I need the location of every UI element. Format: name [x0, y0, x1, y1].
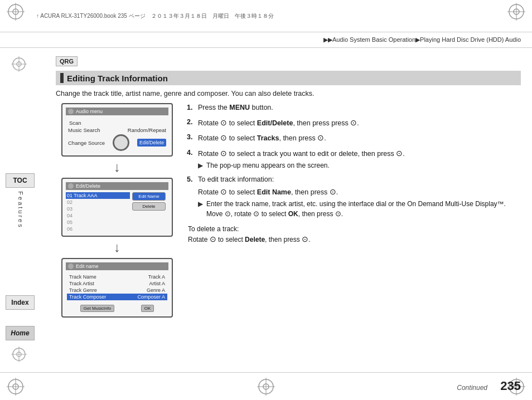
screen3-title-bar: Edit name	[66, 262, 168, 270]
screen1-dial	[113, 134, 129, 151]
screen2-icon	[68, 183, 74, 189]
sidebar-crosshair-top	[11, 56, 27, 74]
screen3-icon	[68, 264, 74, 269]
index-tab[interactable]: Index	[6, 295, 35, 310]
step-2-num: 2.	[187, 118, 195, 128]
get-music-info-btn: Get MusicInfo	[80, 305, 114, 312]
file-info: ↑ ACURA RLX-31TY26000.book 235 ページ ２０１３年…	[36, 12, 274, 20]
track-item-3: 03	[66, 206, 130, 212]
step-4-body: Rotate ⊙ to select a track you want to e…	[198, 148, 521, 170]
breadcrumb-text: ▶▶Audio System Basic Operation▶Playing H…	[323, 36, 521, 43]
edit-name-btn: Edit Name	[132, 192, 166, 201]
step-2: 2. Rotate ⊙ to select Edit/Delete, then …	[187, 118, 521, 129]
section-description: Change the track title, artist name, gen…	[56, 90, 521, 97]
field-track-artist: Track ArtistArtist A	[67, 280, 167, 287]
section-header: Editing Track Information	[56, 71, 521, 85]
step-3-num: 3.	[187, 133, 195, 143]
screen2-title: Edit/Delete	[76, 183, 100, 189]
screen2-track-list: 01 Track AAA 02 03 04 05 06	[66, 192, 130, 232]
screen-edit-name: Edit name Track NameTrack A Track Artist…	[61, 258, 173, 318]
screen-audio-menu: Audio menu Scan Music Search Random/Repe…	[61, 103, 173, 157]
screen2-content: 01 Track AAA 02 03 04 05 06 Edit Name De…	[66, 192, 168, 232]
delete-btn: Delete	[132, 202, 166, 211]
screen1-title-bar: Audio menu	[66, 108, 168, 115]
track-item-6: 06	[66, 226, 130, 232]
home-tab[interactable]: Home	[6, 326, 35, 340]
page-number: 235	[500, 379, 521, 393]
instructions-column: 1. Press the MENU button. 2. Rotate ⊙ to…	[187, 103, 521, 318]
delete-note: To delete a track: Rotate ⊙ to select De…	[187, 225, 521, 245]
sidebar: TOC Features Index Home	[0, 48, 42, 372]
screen3-title: Edit name	[76, 264, 99, 269]
section-title: Editing Track Information	[67, 74, 168, 83]
qrg-label: QRG	[60, 58, 74, 65]
track-item-5: 05	[66, 219, 130, 226]
track-item-4: 04	[66, 212, 130, 219]
toc-label: TOC	[13, 177, 27, 184]
step-3: 3. Rotate ⊙ to select Tracks, then press…	[187, 133, 521, 144]
menu-item-change-source: Change Source	[68, 140, 105, 146]
screen1-menu: Scan Music Search Random/Repeat Change S…	[66, 118, 168, 152]
field-track-composer: Track ComposerComposer A	[67, 294, 167, 300]
screen1-title: Audio menu	[76, 109, 103, 114]
qrg-badge: QRG	[56, 56, 78, 66]
field-track-genre: Track GenreGenre A	[67, 287, 167, 294]
screen1-icon	[68, 109, 74, 114]
track-item-2: 02	[66, 199, 130, 206]
nav-breadcrumb: ▶▶Audio System Basic Operation▶Playing H…	[0, 32, 532, 48]
field-track-name: Track NameTrack A	[67, 274, 167, 280]
index-label: Index	[11, 299, 28, 306]
home-label: Home	[11, 329, 29, 337]
menu-item-scan: Scan	[68, 119, 166, 126]
step-4-subnote: ▶ The pop-up menu appears on the screen.	[198, 161, 521, 170]
main-content: QRG Editing Track Information Change the…	[42, 48, 532, 372]
screen2-title-bar: Edit/Delete	[66, 182, 168, 190]
toc-tab[interactable]: TOC	[6, 173, 35, 188]
step-5: 5. To edit track information: Rotate ⊙ t…	[187, 175, 521, 219]
menu-item-random-repeat: Random/Repeat	[128, 127, 166, 133]
arrow-down-2: ↓	[114, 241, 120, 254]
top-bar: ↑ ACURA RLX-31TY26000.book 235 ページ ２０１３年…	[0, 0, 532, 32]
screen2-buttons: Edit Name Delete	[132, 192, 168, 232]
menu-item-edit-delete: Edit/Delete	[137, 139, 166, 147]
step-1-num: 1.	[187, 103, 195, 113]
continued-text: Continued	[457, 384, 487, 392]
features-label: Features	[17, 191, 24, 228]
step-4-num: 4.	[187, 148, 195, 158]
ok-btn: OK	[141, 305, 154, 312]
step-1: 1. Press the MENU button.	[187, 103, 521, 113]
sidebar-crosshair-bot	[11, 347, 27, 364]
menu-item-music-search: Music Search	[68, 127, 100, 133]
step-3-body: Rotate ⊙ to select Tracks, then press ⊙.	[198, 133, 521, 144]
screen-edit-delete: Edit/Delete 01 Track AAA 02 03 04 05 06 …	[61, 178, 173, 237]
step-1-body: Press the MENU button.	[198, 103, 521, 113]
screen3-bottom-btns: Get MusicInfo OK	[66, 304, 168, 313]
screenshots-column: Audio menu Scan Music Search Random/Repe…	[56, 103, 178, 318]
step-5-subnote: ▶ Enter the track name, track artist, et…	[198, 199, 521, 219]
section-header-bar	[60, 73, 64, 83]
step-2-body: Rotate ⊙ to select Edit/Delete, then pre…	[198, 118, 521, 129]
bottom-bar	[0, 372, 532, 400]
screen3-fields: Track NameTrack A Track ArtistArtist A T…	[66, 272, 168, 301]
content-columns: Audio menu Scan Music Search Random/Repe…	[56, 103, 521, 318]
step-5-num: 5.	[187, 175, 195, 185]
arrow-down-1: ↓	[114, 160, 120, 174]
step-4: 4. Rotate ⊙ to select a track you want t…	[187, 148, 521, 170]
step-5-body: To edit track information: Rotate ⊙ to s…	[198, 175, 521, 219]
track-item-1: 01 Track AAA	[66, 192, 130, 199]
